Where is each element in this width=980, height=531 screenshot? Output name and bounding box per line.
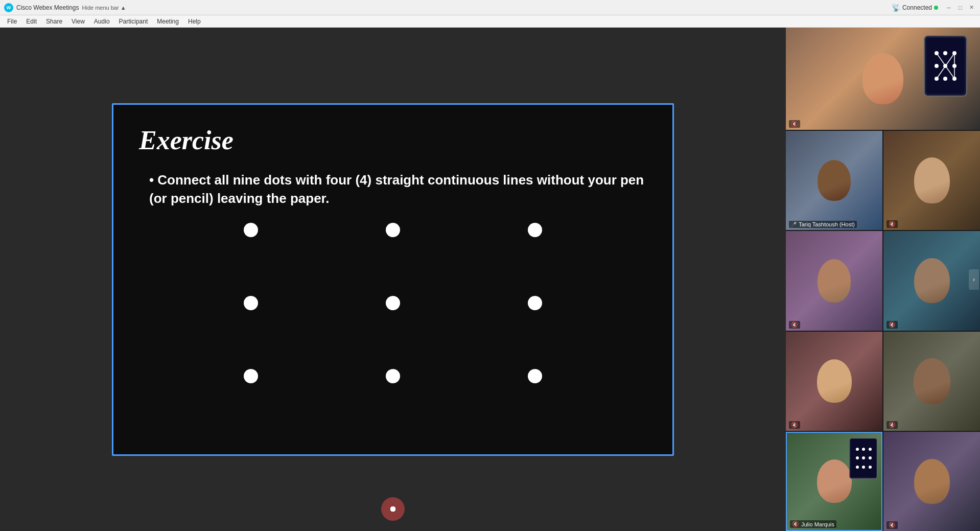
svg-point-7 bbox=[943, 77, 947, 81]
svg-point-1 bbox=[943, 51, 947, 55]
titlebar-left: W Cisco Webex Meetings Hide menu bar ▲ bbox=[4, 3, 126, 12]
titlebar: W Cisco Webex Meetings Hide menu bar ▲ 📡… bbox=[0, 0, 980, 15]
minimize-button[interactable]: ─ bbox=[944, 4, 953, 11]
dot-3-1 bbox=[244, 369, 258, 383]
participant-tile-9: 🔇 bbox=[883, 432, 980, 531]
menu-meeting[interactable]: Meeting bbox=[153, 17, 183, 26]
participant-face-5 bbox=[883, 231, 980, 330]
slide-container: Exercise Connect all nine dots with four… bbox=[112, 103, 674, 456]
connected-dot bbox=[934, 6, 938, 10]
dot-3-2 bbox=[386, 369, 400, 383]
mic-icon-1: 🔇 bbox=[791, 121, 798, 127]
svg-point-13 bbox=[862, 448, 865, 451]
slide-title: Exercise bbox=[139, 125, 647, 155]
participant-label-2: 🎤 Tariq Tashtoush (Host) bbox=[789, 221, 857, 228]
participant-name-8: Julio Marquis bbox=[801, 521, 834, 527]
svg-point-3 bbox=[935, 64, 939, 68]
participant-tile-2: 🎤 Tariq Tashtoush (Host) bbox=[786, 131, 882, 230]
menu-share[interactable]: Share bbox=[42, 17, 66, 26]
participant-face-3 bbox=[883, 131, 980, 230]
svg-point-20 bbox=[869, 466, 872, 469]
titlebar-right: 📡 Connected ─ □ ✕ bbox=[892, 4, 976, 12]
dot-2-1 bbox=[244, 296, 258, 310]
mic-icon-6: 🔇 bbox=[791, 422, 798, 428]
menu-participant[interactable]: Participant bbox=[115, 17, 152, 26]
svg-point-15 bbox=[856, 456, 859, 459]
participant-label-1: 🔇 bbox=[789, 120, 800, 128]
webex-logo: W bbox=[4, 3, 13, 12]
main-content: Exercise Connect all nine dots with four… bbox=[0, 28, 980, 531]
participant-face-6 bbox=[786, 332, 882, 431]
svg-point-19 bbox=[862, 466, 865, 469]
presentation-area: Exercise Connect all nine dots with four… bbox=[0, 28, 786, 531]
slide-body: Connect all nine dots with four (4) stra… bbox=[139, 171, 647, 208]
menu-audio[interactable]: Audio bbox=[90, 17, 114, 26]
record-icon: ⏺ bbox=[389, 504, 397, 514]
mic-icon-4: 🔇 bbox=[791, 321, 798, 328]
participant-label-8: 🔇 Julio Marquis bbox=[790, 520, 836, 528]
svg-point-12 bbox=[856, 448, 859, 451]
scroll-right-arrow[interactable]: › bbox=[969, 269, 979, 290]
svg-point-14 bbox=[869, 448, 872, 451]
mic-icon-5: 🔇 bbox=[889, 321, 896, 328]
dot-2-2 bbox=[386, 296, 400, 310]
dot-1-2 bbox=[386, 223, 400, 237]
svg-point-16 bbox=[862, 456, 865, 459]
maximize-button[interactable]: □ bbox=[955, 4, 965, 11]
record-button[interactable]: ⏺ bbox=[381, 497, 405, 521]
dot-1-1 bbox=[244, 223, 258, 237]
participant-name-2: Tariq Tashtoush (Host) bbox=[799, 221, 855, 227]
hide-menu-label[interactable]: Hide menu bar ▲ bbox=[82, 5, 126, 11]
mic-icon-8: 🔇 bbox=[792, 521, 799, 527]
connected-label: Connected bbox=[902, 4, 932, 11]
menu-view[interactable]: View bbox=[67, 17, 89, 26]
participant-tile-1: 🔇 bbox=[786, 28, 980, 130]
app-title: Cisco Webex Meetings bbox=[16, 4, 79, 11]
participant-tile-7: 🔇 bbox=[883, 332, 980, 431]
dot-3-3 bbox=[528, 369, 542, 383]
participants-panel: 🔇 🎤 Tariq Tashtoush (Host) 🔇 bbox=[786, 28, 980, 531]
participant-label-7: 🔇 bbox=[886, 421, 898, 429]
dot-2-3 bbox=[528, 296, 542, 310]
participant-face-7 bbox=[883, 332, 980, 431]
menu-edit[interactable]: Edit bbox=[22, 17, 41, 26]
connection-status: 📡 Connected bbox=[892, 4, 938, 12]
participant-label-3: 🔇 bbox=[886, 220, 898, 228]
menubar: File Edit Share View Audio Participant M… bbox=[0, 15, 980, 28]
bottom-controls: ⏺ bbox=[381, 497, 405, 521]
window-controls: ─ □ ✕ bbox=[944, 4, 976, 11]
mic-icon-2: 🎤 bbox=[791, 222, 797, 227]
participant-label-4: 🔇 bbox=[789, 321, 800, 329]
participant-tile-8: 🔇 Julio Marquis bbox=[786, 432, 882, 531]
participant-label-9: 🔇 bbox=[886, 521, 898, 529]
participant-tile-4: 🔇 bbox=[786, 231, 882, 330]
menu-file[interactable]: File bbox=[3, 17, 21, 26]
participant-face-4 bbox=[786, 231, 882, 330]
participant-label-5: 🔇 bbox=[886, 321, 898, 329]
dot-1-3 bbox=[528, 223, 542, 237]
svg-point-17 bbox=[869, 456, 872, 459]
participant-label-6: 🔇 bbox=[789, 421, 800, 429]
menu-help[interactable]: Help bbox=[184, 17, 205, 26]
participant-tile-5: 🔇 bbox=[883, 231, 980, 330]
mic-icon-7: 🔇 bbox=[889, 422, 896, 428]
mic-icon-3: 🔇 bbox=[889, 221, 896, 227]
mic-icon-9: 🔇 bbox=[889, 522, 896, 528]
participant-face-9 bbox=[883, 432, 980, 531]
participant-face-2 bbox=[786, 131, 882, 230]
close-button[interactable]: ✕ bbox=[967, 4, 976, 11]
participant-tile-3: 🔇 bbox=[883, 131, 980, 230]
svg-point-18 bbox=[856, 466, 859, 469]
participant-tile-6: 🔇 bbox=[786, 332, 882, 431]
